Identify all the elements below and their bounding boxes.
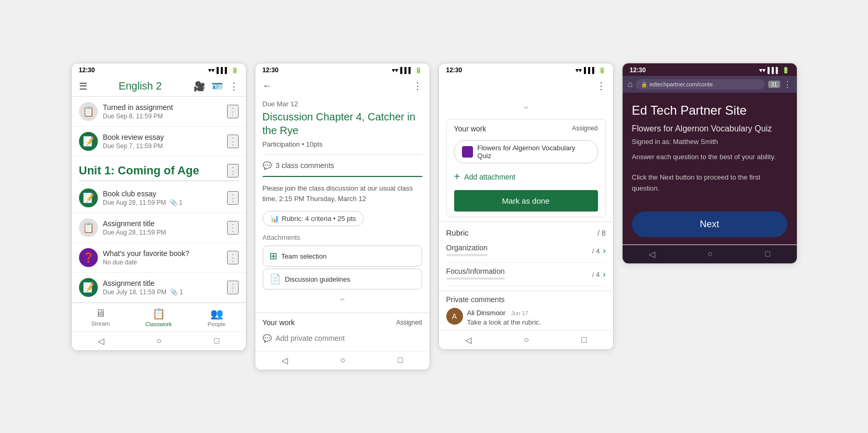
screen1-header-icons: 🎥 🪪 ⋮	[194, 81, 239, 92]
item-more-button[interactable]: ⋮	[227, 105, 239, 118]
rubric-item-organization[interactable]: Organization / 4 ›	[446, 239, 606, 263]
assignment-title: Assignment title	[103, 219, 222, 228]
back-icon[interactable]: ◁	[98, 336, 104, 346]
item-more-button[interactable]: ⋮	[227, 191, 239, 205]
assigned-badge: Assigned	[572, 125, 598, 133]
comment-content: Ali Dinsmoor Jun 17 Take a look at the r…	[467, 308, 542, 326]
rubric-chip[interactable]: 📊 Rubric: 4 criteria • 25 pts	[263, 211, 364, 226]
nav-stream[interactable]: 🖥 Stream	[72, 303, 130, 331]
stream-icon: 🖥	[95, 307, 106, 319]
screen4-content: Ed Tech Partner Site Flowers for Algerno…	[623, 93, 797, 204]
assignment-icon-green: 📝	[79, 132, 98, 151]
more-options-button[interactable]: ⋮	[413, 80, 422, 92]
list-item[interactable]: 📝 Book club essay Due Aug 28, 11:59 PM 📎…	[72, 183, 246, 213]
section-title: Unit 1: Coming of Age	[79, 164, 199, 177]
quiz-title: Flowers for Algernon Vocabulary Quiz	[632, 124, 787, 134]
attachment-name-2: Discussion guidelines	[285, 275, 351, 283]
item-more-button[interactable]: ⋮	[227, 251, 239, 264]
home-icon[interactable]: ○	[707, 249, 713, 259]
rubric-item-content: Organization	[446, 243, 488, 258]
rubric-item-score: / 4 ›	[592, 246, 606, 256]
video-button[interactable]: 🎥	[194, 81, 205, 92]
add-comment-row[interactable]: 💬 Add private comment	[263, 331, 422, 346]
back-icon[interactable]: ◁	[465, 335, 471, 345]
nav-people[interactable]: 👥 People	[188, 303, 246, 331]
menu-button[interactable]: ☰	[79, 81, 87, 92]
due-date: Due Mar 12	[255, 96, 430, 108]
rubric-header: Rubric / 8	[446, 226, 606, 239]
nav-classwork[interactable]: 📋 Classwork	[130, 303, 188, 331]
list-item[interactable]: 📋 Turned in assignment Due Sep 8, 11:59 …	[72, 97, 246, 127]
assignment-icon-grey: 📋	[79, 102, 98, 121]
screen2-status-bar: 12:30 ▾▾ ▌▌▌ 🔋	[255, 63, 430, 76]
list-item[interactable]: ❓ What's your favorite book? No due date…	[72, 243, 246, 273]
back-icon[interactable]: ◁	[649, 249, 655, 259]
comment-author: Ali Dinsmoor	[467, 309, 506, 317]
home-icon[interactable]: ⌂	[628, 80, 633, 89]
assignment-title: What's your favorite book?	[103, 249, 222, 258]
list-item[interactable]: 📝 Book review essay Due Sep 7, 11:59 PM …	[72, 127, 246, 157]
screen4-status-bar: 12:30 ▾▾ ▌▌▌ 🔋	[623, 63, 797, 76]
screen1-content: 📋 Turned in assignment Due Sep 8, 11:59 …	[72, 97, 246, 303]
nav-stream-label: Stream	[91, 320, 109, 327]
quiz-name: Flowers for Algernon Vocabulary Quiz	[477, 144, 590, 160]
tab-count[interactable]: 31	[768, 81, 780, 88]
your-work-title: Your work	[454, 125, 487, 133]
browser-url-bar[interactable]: 🔒 edtechpartner.com/conte	[636, 79, 765, 90]
wifi-icon: ▾▾	[208, 67, 215, 74]
nav-classwork-label: Classwork	[145, 321, 172, 327]
mark-done-button[interactable]: Mark as done	[454, 190, 598, 212]
comment-text: Take a look at the rubric.	[467, 318, 542, 326]
screen3-header: ⋮	[439, 76, 613, 96]
site-title: Ed Tech Partner Site	[632, 103, 787, 118]
home-icon[interactable]: ○	[524, 335, 529, 345]
assignment-info: Assignment title Due Aug 28, 11:59 PM	[103, 219, 222, 236]
comment-icon: 💬	[263, 161, 272, 170]
screen2-content: Due Mar 12 Discussion Chapter 4, Catcher…	[255, 96, 430, 351]
lock-icon: 🔒	[641, 82, 647, 87]
chevron-right-icon: ›	[603, 270, 605, 279]
back-button[interactable]: ←	[263, 81, 272, 92]
system-nav-bar: ◁ ○ □	[623, 245, 797, 263]
chevron-right-icon: ›	[603, 246, 605, 256]
next-button[interactable]: Next	[632, 212, 787, 237]
screen2-header: ← ⋮	[255, 76, 430, 96]
people-icon: 👥	[210, 307, 223, 320]
item-more-button[interactable]: ⋮	[227, 135, 239, 148]
rubric-item-label: Focus/Information	[446, 267, 505, 275]
your-work-title: Your work	[263, 318, 295, 327]
back-icon[interactable]: ◁	[281, 356, 288, 365]
item-more-button[interactable]: ⋮	[227, 221, 239, 235]
attachment-team-selection[interactable]: ⊞ Team selection	[263, 246, 422, 267]
signal-icon: ▌▌▌	[584, 67, 596, 73]
screen4-status-icons: ▾▾ ▌▌▌ 🔋	[759, 67, 789, 74]
item-more-button[interactable]: ⋮	[227, 281, 239, 294]
screen1-app-header: ☰ English 2 🎥 🪪 ⋮	[72, 76, 246, 97]
person-add-button[interactable]: 🪪	[211, 81, 223, 92]
assignment-title: Assignment title	[103, 279, 222, 287]
your-work-card: Your work Assigned Flowers for Algernon …	[446, 119, 606, 217]
progress-bar-organization	[446, 254, 488, 256]
quiz-chip[interactable]: Flowers for Algernon Vocabulary Quiz	[454, 140, 598, 163]
list-item[interactable]: 📋 Assignment title Due Aug 28, 11:59 PM …	[72, 213, 246, 243]
home-icon[interactable]: ○	[156, 336, 162, 346]
home-icon[interactable]: ○	[340, 356, 345, 365]
browser-more-button[interactable]: ⋮	[783, 80, 792, 90]
avatar: A	[446, 308, 463, 325]
attachment-discussion-guidelines[interactable]: 📄 Discussion guidelines	[263, 269, 422, 290]
rubric-icon: 📊	[270, 215, 279, 223]
recents-icon[interactable]: □	[582, 335, 587, 345]
section-more-button[interactable]: ⋮	[227, 164, 239, 177]
more-options-button[interactable]: ⋮	[229, 81, 239, 92]
recents-icon[interactable]: □	[765, 249, 771, 259]
add-attachment-button[interactable]: + Add attachment	[447, 165, 605, 188]
recents-icon[interactable]: □	[215, 336, 220, 346]
recents-icon[interactable]: □	[398, 356, 403, 365]
signed-in-text: Signed in as: Matthew Smith	[632, 138, 787, 146]
more-options-button[interactable]: ⋮	[596, 80, 606, 92]
rubric-item-focus[interactable]: Focus/Information / 4 ›	[446, 263, 606, 286]
assignment-icon-green: 📝	[79, 278, 98, 297]
comment-date: Jun 17	[511, 310, 528, 316]
list-item[interactable]: 📝 Assignment title Due July 18, 11:59 PM…	[72, 273, 246, 303]
assignment-due: Due Aug 28, 11:59 PM	[103, 229, 222, 236]
